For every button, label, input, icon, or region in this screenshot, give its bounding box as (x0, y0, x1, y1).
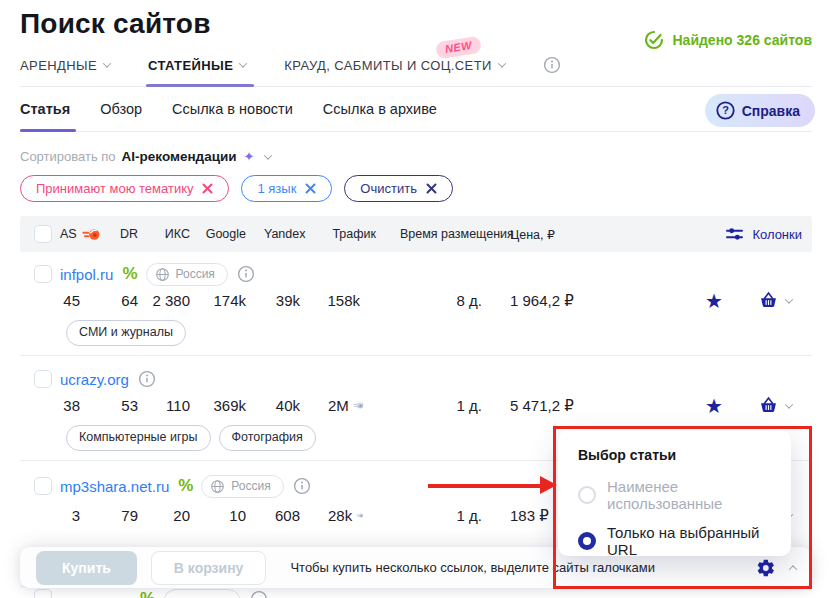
google-value: 174k (204, 292, 264, 309)
site-link[interactable]: ucrazy.org (60, 371, 129, 388)
col-as[interactable]: AS (60, 227, 77, 241)
price-value: 5 471,2 ₽ (510, 397, 606, 415)
accepts-topic-icon: % (178, 476, 193, 496)
traffic-value: 158k (327, 292, 360, 309)
geo-badge: Россия (201, 475, 283, 498)
tab-kraud[interactable]: КРАУД, САБМИТЫ И СОЦ.СЕТИ NEW (284, 56, 504, 74)
col-dr[interactable]: DR (110, 227, 152, 241)
check-circle-icon (644, 30, 664, 50)
filter-chip-topic[interactable]: Принимают мою тематику (20, 175, 229, 202)
sliders-icon (725, 226, 744, 242)
placement-time: 1 д. (400, 507, 510, 524)
globe-icon (155, 267, 170, 282)
row-checkbox[interactable] (34, 265, 52, 283)
site-link[interactable]: mp3shara.net.ru (60, 478, 169, 495)
favorite-star-button[interactable]: ★ (690, 396, 738, 416)
gear-icon[interactable] (756, 558, 776, 578)
info-icon[interactable] (237, 265, 255, 283)
chevron-down-icon (103, 59, 111, 67)
filter-chip-language[interactable]: 1 язык (241, 175, 332, 202)
radio-option-selected-url[interactable]: Только на выбранный URL (578, 524, 791, 558)
sort-prefix: Сортировать по (20, 149, 116, 164)
row-checkbox[interactable] (34, 589, 52, 598)
basket-icon (758, 395, 779, 416)
iks-value: 2 380 (152, 292, 204, 309)
subtab-arhiv[interactable]: Ссылка в архиве (323, 101, 437, 117)
filter-chips: Принимают мою тематику 1 язык Очистить (20, 175, 812, 202)
accepts-topic-icon: % (140, 589, 155, 598)
sort-control[interactable]: Сортировать по AI-рекомендации ✦ (20, 149, 812, 164)
main-tabs: АРЕНДНЫЕ СТАТЕЙНЫЕ КРАУД, САБМИТЫ И СОЦ.… (20, 56, 812, 87)
article-selection-popup: Выбор статьи Наименее использованные Тол… (558, 430, 791, 556)
annotation-arrow (428, 484, 542, 488)
basket-icon (758, 290, 779, 311)
col-price[interactable]: Цена, ₽ (510, 227, 606, 242)
as-value: 38 (60, 397, 110, 414)
chevron-down-icon (785, 295, 793, 303)
col-time[interactable]: Время размещения (400, 227, 510, 241)
bulk-hint-text: Чтобы купить несколько ссылок, выделите … (290, 560, 655, 575)
help-button[interactable]: ? Справка (705, 94, 815, 127)
close-icon[interactable] (305, 183, 316, 194)
yandex-value: 608 (264, 507, 328, 524)
traffic-value: 2M (328, 397, 349, 414)
radio-option-least-used[interactable]: Наименее использованные (578, 478, 791, 512)
dr-value: 79 (110, 507, 152, 524)
site-link[interactable]: infpol.ru (60, 266, 113, 283)
add-to-cart-bar-button[interactable]: В корзину (151, 551, 267, 585)
select-all-checkbox[interactable] (34, 225, 52, 243)
row-checkbox[interactable] (34, 477, 52, 495)
dr-value: 53 (110, 397, 152, 414)
add-to-cart-button[interactable] (738, 395, 812, 416)
as-value: 45 (60, 292, 110, 309)
semrush-icon (356, 507, 364, 524)
geo-badge (163, 589, 241, 598)
popup-title: Выбор статьи (578, 447, 791, 463)
columns-settings-button[interactable]: Колонки (725, 226, 812, 242)
google-value: 10 (204, 507, 264, 524)
radio-selected-icon[interactable] (578, 532, 596, 550)
placement-time: 1 д. (400, 397, 510, 414)
category-tag: Компьютерные игры (66, 425, 211, 451)
add-to-cart-button[interactable] (738, 290, 812, 311)
info-icon[interactable] (250, 590, 268, 598)
ai-sparkle-icon: ✦ (244, 149, 255, 164)
info-icon[interactable] (543, 56, 561, 74)
table-header: AS DR ИКС Google Yandex Трафик Время раз… (20, 216, 812, 252)
semrush-icon (82, 225, 101, 244)
semrush-icon (353, 397, 364, 414)
chevron-down-icon (497, 59, 505, 67)
col-google[interactable]: Google (204, 227, 264, 241)
traffic-value: 28k (328, 507, 352, 524)
iks-value: 20 (152, 507, 204, 524)
info-icon[interactable] (293, 477, 311, 495)
close-icon[interactable] (202, 183, 213, 194)
category-tag: Фотография (219, 425, 316, 451)
clear-filters-chip[interactable]: Очистить (344, 175, 453, 202)
category-tag: СМИ и журналы (66, 320, 186, 346)
col-traffic[interactable]: Трафик (328, 227, 400, 241)
table-row: % (20, 589, 812, 598)
accepts-topic-icon: % (122, 264, 137, 284)
col-yandex[interactable]: Yandex (264, 227, 328, 241)
buy-button[interactable]: Купить (36, 551, 137, 585)
tab-stateynye[interactable]: СТАТЕЙНЫЕ (148, 56, 246, 74)
row-checkbox[interactable] (34, 370, 52, 388)
dr-value: 64 (110, 292, 152, 309)
tab-arendnye[interactable]: АРЕНДНЫЕ (20, 56, 110, 74)
favorite-star-button[interactable]: ★ (690, 291, 738, 311)
radio-unselected-icon[interactable] (578, 486, 596, 504)
close-icon[interactable] (426, 183, 437, 194)
col-iks[interactable]: ИКС (152, 227, 204, 241)
table-row: infpol.ru % Россия 45 64 2 380 174k 39k (20, 252, 812, 356)
chevron-down-icon (263, 151, 271, 159)
iks-value: 110 (152, 397, 204, 414)
subtab-statya[interactable]: Статья (20, 101, 70, 117)
chevron-up-icon[interactable] (789, 565, 797, 573)
placement-time: 8 д. (400, 292, 510, 309)
subtab-obzor[interactable]: Обзор (100, 101, 142, 117)
info-icon[interactable] (138, 370, 156, 388)
subtab-novosti[interactable]: Ссылка в новости (172, 101, 293, 117)
sort-value: AI-рекомендации (122, 149, 237, 164)
found-count-badge: Найдено 326 сайтов (644, 30, 812, 50)
